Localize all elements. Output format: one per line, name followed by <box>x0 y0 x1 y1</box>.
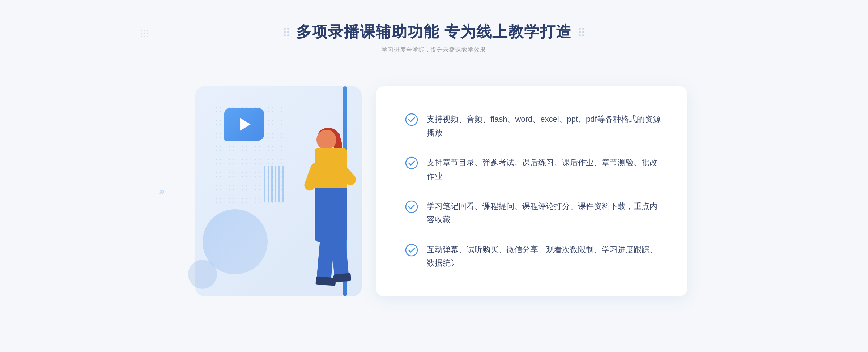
svg-point-0 <box>406 114 417 125</box>
play-bubble <box>224 108 264 141</box>
page-subtitle: 学习进度全掌握，提升录播课教学效果 <box>382 46 486 54</box>
feature-item-2: 支持章节目录、弹题考试、课后练习、课后作业、章节测验、批改作业 <box>405 149 662 190</box>
person-illustration <box>282 130 362 303</box>
content-area: » 支持视频、音频、flash、word、excel、ppt、pdf等各种格式的… <box>181 72 687 310</box>
person-body <box>315 148 347 191</box>
feature-text-3: 学习笔记回看、课程提问、课程评论打分、课件资料下载，重点内容收藏 <box>427 199 662 227</box>
feature-text-1: 支持视频、音频、flash、word、excel、ppt、pdf等各种格式的资源… <box>427 112 662 139</box>
person-head <box>316 130 336 150</box>
page-container: 多项录播课辅助功能 专为线上教学打造 学习进度全掌握，提升录播课教学效果 <box>0 0 868 352</box>
person-pants <box>315 188 347 242</box>
illustration-wrapper: » <box>181 72 383 310</box>
deco-circle-small <box>188 260 217 289</box>
check-icon-1 <box>405 113 418 126</box>
person-shoe-right <box>332 273 351 282</box>
check-icon-2 <box>405 156 418 169</box>
svg-point-3 <box>406 244 417 256</box>
feature-item-3: 学习笔记回看、课程提问、课程评论打分、课件资料下载，重点内容收藏 <box>405 192 662 234</box>
deco-dots-right <box>579 28 584 36</box>
features-panel: 支持视频、音频、flash、word、excel、ppt、pdf等各种格式的资源… <box>376 86 687 296</box>
svg-point-2 <box>406 201 417 213</box>
page-title: 多项录播课辅助功能 专为线上教学打造 <box>296 22 572 42</box>
header-section: 多项录播课辅助功能 专为线上教学打造 学习进度全掌握，提升录播课教学效果 <box>284 22 584 54</box>
left-arrows-icon: » <box>159 185 165 197</box>
check-icon-4 <box>405 244 418 257</box>
feature-text-4: 互动弹幕、试听购买、微信分享、观看次数限制、学习进度跟踪、数据统计 <box>427 243 662 270</box>
svg-point-1 <box>406 157 417 169</box>
deco-dots-left <box>284 28 289 36</box>
title-row: 多项录播课辅助功能 专为线上教学打造 <box>284 22 584 42</box>
feature-item-4: 互动弹幕、试听购买、微信分享、观看次数限制、学习进度跟踪、数据统计 <box>405 236 662 277</box>
check-icon-3 <box>405 200 418 213</box>
person-leg-right <box>331 237 349 278</box>
play-triangle-icon <box>240 118 251 131</box>
feature-item-1: 支持视频、音频、flash、word、excel、ppt、pdf等各种格式的资源… <box>405 105 662 147</box>
feature-text-2: 支持章节目录、弹题考试、课后练习、课后作业、章节测验、批改作业 <box>427 156 662 183</box>
